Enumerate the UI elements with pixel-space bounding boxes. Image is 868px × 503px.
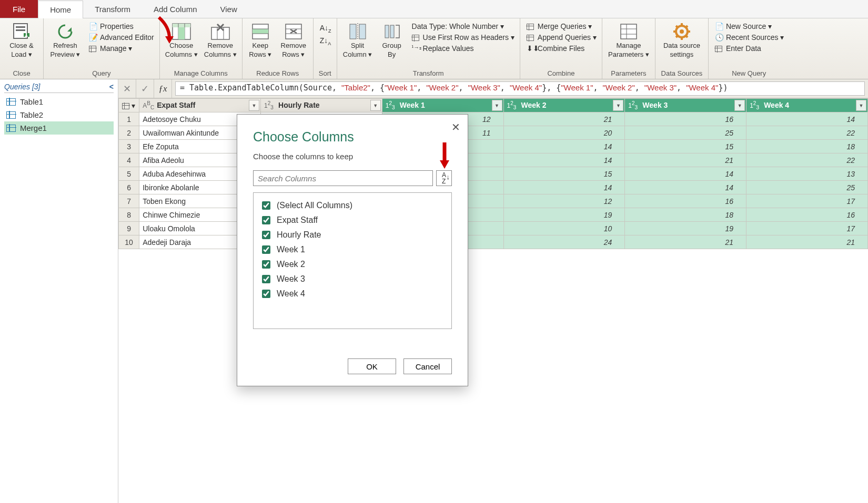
dialog-sort-button[interactable]: AZ↓ <box>436 170 452 186</box>
queries-header[interactable]: Queries [3] < <box>4 83 114 93</box>
cell[interactable]: 24 <box>503 235 625 249</box>
cell[interactable]: 21 <box>625 153 746 167</box>
row-number[interactable]: 5 <box>119 167 139 181</box>
column-header-week 2[interactable]: 123Week 2▼ <box>503 99 625 112</box>
remove-rows-button[interactable]: Remove Rows ▾ <box>277 20 310 59</box>
append-queries-button[interactable]: Append Queries ▾ <box>524 33 599 42</box>
cell[interactable]: 14 <box>625 181 746 194</box>
column-checkbox-item[interactable]: Week 4 <box>260 286 445 301</box>
cell[interactable]: 12 <box>503 194 625 208</box>
close-and-load-button[interactable]: Close & Load ▾ <box>3 20 40 59</box>
manage-button[interactable]: Manage ▾ <box>87 44 156 53</box>
refresh-preview-button[interactable]: Refresh Preview ▾ <box>47 20 84 59</box>
cell[interactable]: 22 <box>746 153 868 167</box>
cell[interactable]: 14 <box>503 181 625 194</box>
data-source-settings-button[interactable]: Data source settings <box>659 20 705 59</box>
cell[interactable]: 19 <box>625 222 746 235</box>
first-row-headers-button[interactable]: Use First Row as Headers ▾ <box>410 33 517 42</box>
cell[interactable]: 15 <box>625 140 746 153</box>
split-column-button[interactable]: Split Column ▾ <box>340 20 375 59</box>
choose-columns-button[interactable]: Choose Columns ▾ <box>163 20 200 59</box>
group-by-button[interactable]: Group By <box>377 20 407 59</box>
column-checkbox-item[interactable]: Week 2 <box>260 257 445 272</box>
cell[interactable]: 20 <box>503 126 625 140</box>
formula-cancel-button[interactable]: ✕ <box>118 79 136 98</box>
fx-icon[interactable]: ƒx <box>154 79 172 98</box>
cell[interactable]: 13 <box>746 167 868 181</box>
dialog-ok-button[interactable]: OK <box>348 358 396 374</box>
column-checkbox-item[interactable]: Expat Staff <box>260 213 445 228</box>
tab-transform[interactable]: Transform <box>83 0 142 18</box>
cell[interactable]: 21 <box>746 235 868 249</box>
row-number[interactable]: 4 <box>119 153 139 167</box>
cell[interactable]: 18 <box>746 140 868 153</box>
cell[interactable]: 17 <box>746 222 868 235</box>
manage-parameters-button[interactable]: Manage Parameters ▾ <box>605 20 652 59</box>
row-number[interactable]: 8 <box>119 208 139 222</box>
row-number[interactable]: 9 <box>119 222 139 235</box>
row-number[interactable]: 2 <box>119 126 139 140</box>
column-header-week 1[interactable]: 123Week 1▼ <box>382 99 503 112</box>
recent-sources-button[interactable]: 🕓Recent Sources ▾ <box>713 33 786 42</box>
column-checkbox[interactable] <box>262 275 270 283</box>
cell[interactable]: 18 <box>625 208 746 222</box>
tab-addcolumn[interactable]: Add Column <box>142 0 209 18</box>
cell[interactable]: 21 <box>503 112 625 126</box>
cell[interactable]: 15 <box>503 167 625 181</box>
replace-values-button[interactable]: ¹→₂Replace Values <box>410 44 517 53</box>
column-checkbox-item[interactable]: Week 3 <box>260 272 445 286</box>
column-checkbox[interactable] <box>262 216 270 224</box>
cell[interactable]: 19 <box>503 208 625 222</box>
grid-corner[interactable]: ▾ <box>119 99 139 112</box>
cell[interactable]: 16 <box>625 194 746 208</box>
remove-columns-button[interactable]: Remove Columns ▾ <box>202 20 239 59</box>
row-number[interactable]: 6 <box>119 181 139 194</box>
row-number[interactable]: 3 <box>119 140 139 153</box>
column-header-hourly rate[interactable]: 123Hourly Rate▼ <box>261 99 382 112</box>
query-item-merge1[interactable]: Merge1 <box>4 121 114 135</box>
properties-button[interactable]: 📄Properties <box>87 22 156 31</box>
tab-file[interactable]: File <box>0 0 38 18</box>
filter-icon[interactable]: ▼ <box>370 100 381 111</box>
dialog-search-input[interactable] <box>253 170 433 186</box>
column-header-expat staff[interactable]: ABCExpat Staff▼ <box>139 99 261 112</box>
query-item-table1[interactable]: Table1 <box>4 95 114 108</box>
cell[interactable]: 21 <box>625 235 746 249</box>
cell[interactable]: 16 <box>625 112 746 126</box>
cell[interactable]: 25 <box>746 181 868 194</box>
column-checkbox[interactable] <box>262 231 270 239</box>
cell[interactable]: 22 <box>746 126 868 140</box>
column-checkbox-item[interactable]: Hourly Rate <box>260 228 445 242</box>
sort-asc-button[interactable]: A↓Z <box>318 23 334 34</box>
cell[interactable]: 14 <box>746 112 868 126</box>
column-header-week 3[interactable]: 123Week 3▼ <box>625 99 746 112</box>
filter-icon[interactable]: ▼ <box>734 100 745 111</box>
filter-icon[interactable]: ▼ <box>249 100 259 111</box>
merge-queries-button[interactable]: Merge Queries ▾ <box>524 22 599 31</box>
column-checkbox-item[interactable]: (Select All Columns) <box>260 198 445 213</box>
row-number[interactable]: 1 <box>119 112 139 126</box>
cell[interactable]: 14 <box>503 153 625 167</box>
cell[interactable]: 17 <box>746 194 868 208</box>
tab-view[interactable]: View <box>209 0 249 18</box>
formula-input[interactable]: = Table.ExpandTableColumn(Source, "Table… <box>175 81 865 96</box>
tab-home[interactable]: Home <box>38 1 83 18</box>
column-checkbox[interactable] <box>262 290 270 298</box>
column-header-week 4[interactable]: 123Week 4▼ <box>746 99 868 112</box>
cell[interactable]: 25 <box>625 126 746 140</box>
column-checkbox[interactable] <box>262 201 270 210</box>
filter-icon[interactable]: ▼ <box>856 100 866 111</box>
dialog-cancel-button[interactable]: Cancel <box>403 358 452 374</box>
collapse-icon[interactable]: < <box>109 83 114 91</box>
row-number[interactable]: 10 <box>119 235 139 249</box>
cell[interactable]: 16 <box>746 208 868 222</box>
data-type-button[interactable]: Data Type: Whole Number ▾ <box>410 22 517 31</box>
sort-desc-button[interactable]: Z↓A <box>318 36 334 47</box>
new-source-button[interactable]: 📄New Source ▾ <box>713 22 786 31</box>
cell[interactable]: 10 <box>503 222 625 235</box>
formula-accept-button[interactable]: ✓ <box>136 79 154 98</box>
column-checkbox[interactable] <box>262 260 270 269</box>
row-number[interactable]: 7 <box>119 194 139 208</box>
filter-icon[interactable]: ▼ <box>492 100 502 111</box>
dialog-close-button[interactable]: ✕ <box>451 121 460 134</box>
